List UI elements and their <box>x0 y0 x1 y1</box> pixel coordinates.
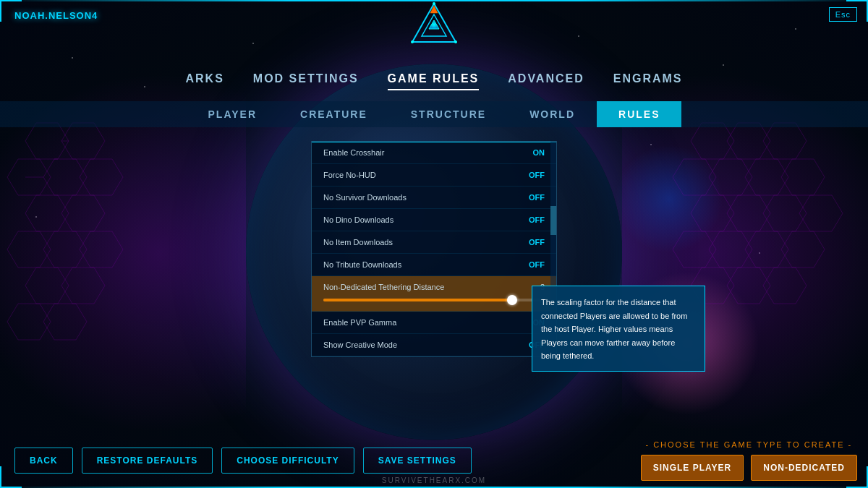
tooltip-text: The scaling factor for the distance that… <box>541 298 687 360</box>
nav-item-advanced[interactable]: ADVANCED <box>508 69 584 90</box>
svg-marker-19 <box>763 123 807 159</box>
setting-no-tribute[interactable]: No Tribute Downloads OFF <box>312 254 556 276</box>
svg-marker-29 <box>709 231 752 267</box>
svg-marker-17 <box>691 123 734 159</box>
slider-fill <box>323 299 511 301</box>
svg-point-39 <box>433 2 435 5</box>
setting-pvp-label: Enable PVP Gamma <box>323 318 396 327</box>
svg-point-41 <box>411 40 414 43</box>
setting-pvp-gamma[interactable]: Enable PVP Gamma ON <box>312 312 556 334</box>
non-dedicated-button[interactable]: NON-DEDICATED <box>751 455 857 481</box>
svg-marker-25 <box>727 195 770 231</box>
setting-no-survivor[interactable]: No Survivor Downloads OFF <box>312 187 556 209</box>
tethering-label: Non-Dedicated Tethering Distance <box>323 283 444 291</box>
username: NOAH.NELSON4 <box>14 10 98 21</box>
slider-track <box>323 299 545 301</box>
svg-marker-3 <box>43 159 87 195</box>
footer-url: SURVIVETHEARX.COM <box>382 476 486 484</box>
svg-marker-24 <box>691 195 734 231</box>
restore-defaults-button[interactable]: RESTORE DEFAULTS <box>82 448 213 474</box>
setting-creative-label: Show Creative Mode <box>323 341 397 349</box>
svg-marker-21 <box>709 159 752 195</box>
svg-marker-4 <box>80 159 123 195</box>
svg-marker-20 <box>673 159 716 195</box>
subnav-creature[interactable]: CREATURE <box>278 101 389 127</box>
setting-no-dino[interactable]: No Dino Downloads OFF <box>312 209 556 231</box>
settings-panel: Enable Crosshair ON Force No-HUD OFF No … <box>311 141 557 357</box>
save-settings-button[interactable]: SAVE SETTINGS <box>363 448 472 474</box>
setting-no-dino-label: No Dino Downloads <box>323 215 393 224</box>
svg-marker-33 <box>727 267 770 304</box>
svg-marker-28 <box>673 231 716 267</box>
choose-game-type-label: - CHOOSE THE GAME TYPE TO CREATE - <box>641 440 857 449</box>
sub-nav: PLAYER CREATURE STRUCTURE WORLD RULES <box>0 101 868 127</box>
subnav-player[interactable]: PLAYER <box>187 101 279 127</box>
nav-item-mod-settings[interactable]: MOD SETTINGS <box>253 69 359 90</box>
esc-button[interactable]: Esc <box>829 7 857 22</box>
setting-no-survivor-label: No Survivor Downloads <box>323 193 407 202</box>
setting-creative[interactable]: Show Creative Mode OFF <box>312 334 556 356</box>
setting-crosshair[interactable]: Enable Crosshair ON <box>312 142 556 164</box>
svg-point-40 <box>454 40 457 43</box>
svg-marker-26 <box>763 195 807 231</box>
setting-crosshair-label: Enable Crosshair <box>323 148 384 157</box>
bottom-buttons: BACK RESTORE DEFAULTS CHOOSE DIFFICULTY … <box>14 448 472 474</box>
setting-no-tribute-value: OFF <box>529 260 545 269</box>
nav-item-game-rules[interactable]: GAME RULES <box>388 69 480 90</box>
svg-marker-31 <box>781 231 825 267</box>
scrollbar-thumb[interactable] <box>550 206 556 235</box>
svg-marker-6 <box>61 195 105 231</box>
setting-nohud-label: Force No-HUD <box>323 171 376 179</box>
single-player-button[interactable]: SINGLE PLAYER <box>641 455 744 481</box>
setting-no-survivor-value: OFF <box>529 193 545 202</box>
subnav-rules[interactable]: RULES <box>597 101 681 127</box>
hex-network-left <box>0 108 203 398</box>
setting-nohud-value: OFF <box>529 171 545 179</box>
svg-marker-12 <box>7 304 51 340</box>
svg-marker-5 <box>25 195 69 231</box>
svg-marker-34 <box>763 267 807 304</box>
subnav-structure[interactable]: STRUCTURE <box>389 101 508 127</box>
back-button[interactable]: BACK <box>14 448 73 474</box>
subnav-world[interactable]: WORLD <box>508 101 597 127</box>
setting-no-item[interactable]: No Item Downloads OFF <box>312 231 556 254</box>
game-type-buttons: SINGLE PLAYER NON-DEDICATED <box>641 455 857 481</box>
slider-thumb[interactable] <box>507 295 517 305</box>
setting-crosshair-value: ON <box>533 148 545 157</box>
setting-tethering[interactable]: Non-Dedicated Tethering Distance 3 <box>312 276 556 312</box>
setting-no-tribute-label: No Tribute Downloads <box>323 260 401 269</box>
nav-item-arks[interactable]: ARKS <box>185 69 224 90</box>
logo-container <box>409 0 459 53</box>
svg-marker-18 <box>727 123 770 159</box>
svg-marker-22 <box>745 159 788 195</box>
setting-no-item-value: OFF <box>529 238 545 247</box>
setting-no-item-label: No Item Downloads <box>323 238 393 247</box>
svg-marker-9 <box>80 231 123 267</box>
main-nav: ARKS MOD SETTINGS GAME RULES ADVANCED EN… <box>0 69 868 90</box>
choose-difficulty-button[interactable]: CHOOSE DIFFICULTY <box>221 448 354 474</box>
game-type-section: - CHOOSE THE GAME TYPE TO CREATE - SINGL… <box>641 440 857 481</box>
svg-marker-27 <box>799 195 843 231</box>
svg-marker-8 <box>43 231 87 267</box>
svg-marker-11 <box>61 267 105 304</box>
svg-marker-10 <box>25 267 69 304</box>
svg-marker-30 <box>745 231 788 267</box>
svg-marker-13 <box>43 304 87 340</box>
svg-marker-7 <box>7 231 51 267</box>
setting-nohud[interactable]: Force No-HUD OFF <box>312 164 556 187</box>
svg-marker-23 <box>781 159 825 195</box>
nav-item-engrams[interactable]: ENGRAMS <box>613 69 683 90</box>
tethering-slider-container[interactable] <box>323 296 545 307</box>
tooltip: The scaling factor for the distance that… <box>532 286 705 372</box>
ark-logo-icon <box>409 0 459 51</box>
setting-no-dino-value: OFF <box>529 215 545 224</box>
